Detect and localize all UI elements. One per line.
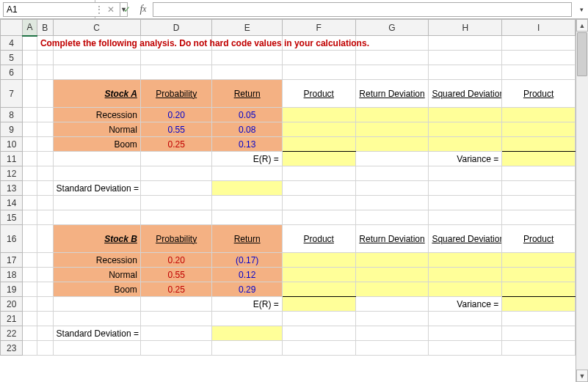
- col-header-A[interactable]: A: [23, 20, 37, 36]
- col-header-D[interactable]: D: [140, 20, 212, 36]
- cell-input[interactable]: [282, 282, 355, 297]
- cell-input[interactable]: [502, 268, 576, 282]
- row-header[interactable]: 23: [1, 341, 23, 356]
- cell-input[interactable]: [429, 122, 502, 137]
- cell[interactable]: 0.05: [212, 108, 282, 122]
- cell[interactable]: 0.20: [140, 253, 212, 268]
- cell[interactable]: 0.29: [212, 282, 282, 297]
- cell[interactable]: Variance =: [429, 152, 502, 166]
- cell[interactable]: Return: [212, 80, 282, 108]
- cell[interactable]: 0.55: [140, 268, 212, 282]
- cell-input[interactable]: [429, 108, 502, 122]
- cell[interactable]: Recession: [53, 253, 140, 268]
- cell-input[interactable]: [355, 253, 429, 268]
- cell-input[interactable]: [502, 122, 576, 137]
- cell[interactable]: (0.17): [212, 253, 282, 268]
- cell-input[interactable]: [282, 297, 355, 312]
- row-header[interactable]: 19: [1, 282, 23, 297]
- cell[interactable]: Variance =: [429, 297, 502, 312]
- cell[interactable]: Return Deviation: [355, 225, 429, 253]
- row-header[interactable]: 20: [1, 297, 23, 312]
- row-header[interactable]: 4: [1, 36, 23, 51]
- cell[interactable]: Boom: [53, 137, 140, 152]
- row-header[interactable]: 6: [1, 65, 23, 80]
- fx-icon[interactable]: fx: [135, 0, 151, 18]
- cell[interactable]: Product: [282, 225, 355, 253]
- cell[interactable]: 0.55: [140, 122, 212, 137]
- row-header[interactable]: 21: [1, 312, 23, 326]
- vertical-scrollbar[interactable]: ▲ ▼: [576, 19, 588, 382]
- row-header[interactable]: 22: [1, 326, 23, 341]
- scroll-up-icon[interactable]: ▲: [576, 19, 588, 32]
- instruction-cell[interactable]: Complete the following analysis. Do not …: [37, 36, 53, 51]
- row-header[interactable]: 8: [1, 108, 23, 122]
- cell-input[interactable]: [355, 282, 429, 297]
- cell-input[interactable]: [212, 181, 282, 196]
- col-header-H[interactable]: H: [429, 20, 502, 36]
- col-header-F[interactable]: F: [282, 20, 355, 36]
- cell-input[interactable]: [282, 152, 355, 166]
- cell-input[interactable]: [502, 137, 576, 152]
- cell-input[interactable]: [355, 122, 429, 137]
- row-header[interactable]: 18: [1, 268, 23, 282]
- cell[interactable]: Recession: [53, 108, 140, 122]
- row-header[interactable]: 16: [1, 225, 23, 253]
- cell[interactable]: Product: [282, 80, 355, 108]
- cell-input[interactable]: [502, 253, 576, 268]
- cell-input[interactable]: [502, 108, 576, 122]
- cell-input[interactable]: [502, 282, 576, 297]
- row-header[interactable]: 11: [1, 152, 23, 166]
- formula-input[interactable]: [153, 2, 572, 17]
- col-header-E[interactable]: E: [212, 20, 282, 36]
- row-header[interactable]: 12: [1, 166, 23, 181]
- cell[interactable]: Probability: [140, 225, 212, 253]
- cell[interactable]: 0.12: [212, 268, 282, 282]
- formula-expand-icon[interactable]: ▾: [575, 0, 588, 18]
- row-header[interactable]: 10: [1, 137, 23, 152]
- cell-input[interactable]: [212, 326, 282, 341]
- row-header[interactable]: 13: [1, 181, 23, 196]
- col-header-B[interactable]: B: [37, 20, 53, 36]
- grid[interactable]: A B C D E F G H I 4: [0, 19, 576, 382]
- col-header-G[interactable]: G: [355, 20, 429, 36]
- cell[interactable]: 0.08: [212, 122, 282, 137]
- cell[interactable]: Probability: [140, 80, 212, 108]
- cell-input[interactable]: [502, 297, 576, 312]
- cell-input[interactable]: [282, 253, 355, 268]
- row-header[interactable]: 15: [1, 210, 23, 225]
- cell[interactable]: Return: [212, 225, 282, 253]
- cell[interactable]: Boom: [53, 282, 140, 297]
- cell[interactable]: 0.25: [140, 282, 212, 297]
- col-header-C[interactable]: C: [53, 20, 140, 36]
- row-header[interactable]: 17: [1, 253, 23, 268]
- cell-input[interactable]: [355, 268, 429, 282]
- cell[interactable]: Standard Deviation =: [53, 326, 140, 341]
- cell-input[interactable]: [429, 282, 502, 297]
- cell-input[interactable]: [429, 253, 502, 268]
- cell-input[interactable]: [282, 108, 355, 122]
- cell-input[interactable]: [355, 108, 429, 122]
- row-header[interactable]: 5: [1, 51, 23, 65]
- cell-input[interactable]: [429, 137, 502, 152]
- select-all-corner[interactable]: [1, 20, 23, 36]
- cell-input[interactable]: [282, 268, 355, 282]
- cancel-icon[interactable]: ✕: [103, 0, 119, 18]
- cell-input[interactable]: [502, 152, 576, 166]
- enter-icon[interactable]: ✓: [119, 0, 135, 18]
- cell[interactable]: Normal: [53, 122, 140, 137]
- cell[interactable]: 0.25: [140, 137, 212, 152]
- cell[interactable]: Squared Deviation: [429, 225, 502, 253]
- cell-input[interactable]: [355, 137, 429, 152]
- cell[interactable]: Squared Deviation: [429, 80, 502, 108]
- scroll-thumb[interactable]: [577, 32, 587, 76]
- cell[interactable]: 0.20: [140, 108, 212, 122]
- row-header[interactable]: 9: [1, 122, 23, 137]
- cell[interactable]: E(R) =: [212, 297, 282, 312]
- cell[interactable]: 0.13: [212, 137, 282, 152]
- cell-input[interactable]: [282, 122, 355, 137]
- cell[interactable]: E(R) =: [212, 152, 282, 166]
- cell[interactable]: Return Deviation: [355, 80, 429, 108]
- cell[interactable]: Standard Deviation =: [53, 181, 140, 196]
- cell-input[interactable]: [282, 137, 355, 152]
- col-header-I[interactable]: I: [502, 20, 576, 36]
